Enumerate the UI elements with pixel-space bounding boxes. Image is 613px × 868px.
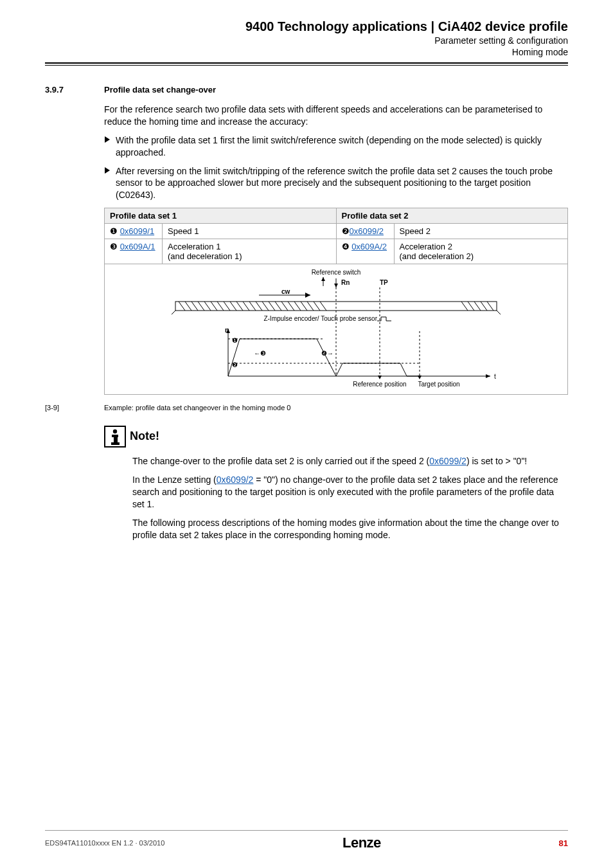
svg-line-7 (211, 302, 217, 311)
index-link[interactable]: 0x609A/2 (351, 242, 387, 251)
svg-line-30 (172, 311, 175, 314)
index-link[interactable]: 0x6099/1 (120, 226, 155, 236)
page-number: 81 (559, 838, 568, 848)
note-para-3: The following process descriptions of th… (132, 517, 568, 541)
diagram-label-rn: Rn (341, 279, 350, 286)
index-link[interactable]: 0x6099/2 (429, 456, 466, 466)
index-link[interactable]: 0x6099/2 (217, 475, 254, 485)
header-rule-thick (45, 62, 568, 64)
diagram-label-ref-switch: Reference switch (312, 269, 361, 276)
diagram-marker-4: ❹→ (321, 350, 333, 357)
table-cell: Acceleration 2 (and deceleration 2) (394, 239, 568, 264)
svg-line-19 (288, 302, 294, 311)
table-row: ❸ 0x609A/1 Acceleration 1 (and decelerat… (105, 239, 568, 264)
triangle-bullet-icon (104, 165, 116, 202)
section-number: 3.9.7 (45, 85, 104, 95)
svg-line-18 (281, 302, 288, 311)
marker-1: ❶ (110, 226, 118, 236)
diagram-label-ref-pos: Reference position (353, 381, 406, 388)
diagram-label-t: t (494, 373, 496, 380)
section-title: Profile data set change-over (104, 85, 216, 95)
svg-point-40 (113, 429, 117, 433)
marker-4: ❹ (342, 242, 350, 251)
svg-line-28 (481, 302, 487, 311)
svg-line-31 (497, 311, 501, 314)
bullet-text: With the profile data set 1 first the li… (116, 134, 568, 159)
svg-line-8 (217, 302, 224, 311)
svg-line-25 (461, 302, 468, 311)
svg-line-27 (474, 302, 481, 311)
index-link[interactable]: 0x609A/1 (120, 242, 155, 251)
svg-line-3 (185, 302, 191, 311)
diagram-marker-2: ❷ (232, 361, 238, 368)
footer-doc-id: EDS94TA11010xxxx EN 1.2 · 03/2010 (45, 839, 164, 847)
svg-line-16 (269, 302, 275, 311)
marker-3: ❸ (110, 242, 118, 251)
svg-line-21 (301, 302, 307, 311)
index-link[interactable]: 0x6099/2 (350, 226, 384, 236)
doc-subtitle-1: Parameter setting & configuration (45, 35, 568, 46)
svg-line-11 (236, 302, 243, 311)
diagram-marker-1: ❶ (232, 337, 238, 344)
svg-line-20 (294, 302, 301, 311)
table-header-2: Profile data set 2 (336, 208, 568, 224)
table-cell: Speed 1 (163, 224, 337, 239)
svg-line-2 (179, 302, 185, 311)
diagram-label-tp: TP (380, 279, 388, 286)
svg-line-26 (468, 302, 474, 311)
profile-data-set-table: Profile data set 1 Profile data set 2 ❶ … (104, 208, 568, 264)
brand-logo: Lenze (342, 835, 381, 851)
note-para-2: In the Lenze setting (0x6099/2 = "0") no… (132, 474, 568, 511)
note-para-1: The change-over to the profile data set … (132, 455, 568, 467)
note-title: Note! (130, 429, 159, 443)
table-cell: Speed 2 (394, 224, 568, 239)
svg-rect-43 (111, 442, 120, 445)
svg-line-23 (314, 302, 320, 311)
bullet-text: After reversing on the limit switch/trip… (116, 165, 568, 202)
bullet-item: After reversing on the limit switch/trip… (104, 165, 568, 202)
figure-caption-text: Example: profile data set changeover in … (104, 404, 290, 411)
figure-caption-number: [3-9] (45, 404, 104, 411)
marker-2: ❷ (342, 226, 350, 236)
header-rule-thin (45, 65, 568, 66)
table-row: ❶ 0x6099/1 Speed 1 ❷0x6099/2 Speed 2 (105, 224, 568, 239)
table-cell: Acceleration 1 (and deceleration 1) (163, 239, 337, 264)
bullet-item: With the profile data set 1 first the li… (104, 134, 568, 159)
intro-para: For the reference search two profile dat… (104, 104, 568, 128)
svg-line-6 (204, 302, 211, 311)
diagram-marker-3: ←❸ (254, 350, 266, 357)
svg-line-9 (224, 302, 230, 311)
svg-line-22 (307, 302, 314, 311)
diagram-label-zprobe: Z-Impulse encoder/ Touch probe sensor (263, 315, 377, 322)
svg-line-10 (230, 302, 236, 311)
svg-line-4 (191, 302, 198, 311)
diagram-label-tgt-pos: Target position (418, 381, 459, 388)
homing-diagram: Reference switch Rn TP cw Z-Impulse enco… (104, 264, 568, 395)
svg-line-12 (243, 302, 249, 311)
triangle-bullet-icon (104, 134, 116, 159)
svg-line-14 (256, 302, 262, 311)
diagram-label-cw: cw (281, 288, 290, 295)
svg-line-5 (198, 302, 204, 311)
doc-title: 9400 Technology applications | CiA402 de… (45, 19, 568, 34)
svg-line-17 (275, 302, 281, 311)
doc-subtitle-2: Homing mode (45, 47, 568, 57)
svg-line-13 (249, 302, 256, 311)
svg-line-24 (320, 302, 326, 311)
svg-rect-42 (114, 435, 118, 444)
table-header-1: Profile data set 1 (105, 208, 337, 224)
footer-rule (45, 830, 568, 831)
info-icon (104, 426, 130, 450)
svg-line-15 (262, 302, 269, 311)
svg-line-29 (487, 302, 493, 311)
